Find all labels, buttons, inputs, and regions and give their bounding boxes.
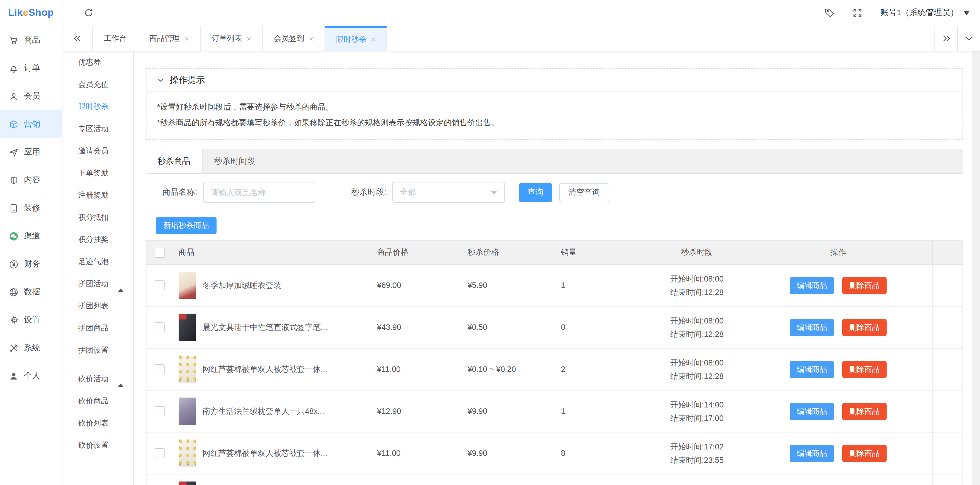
submenu-item[interactable]: 注册奖励 — [62, 184, 133, 206]
column-header: 秒杀价格 — [462, 247, 555, 258]
submenu-item-label: 砍价设置 — [78, 440, 108, 451]
table-row: 南方生活法兰绒枕套单人一只48x...¥12.90¥9.901开始时间:14:0… — [146, 391, 963, 433]
cart-icon — [9, 35, 19, 45]
delete-product-button[interactable]: 删除商品 — [842, 361, 887, 378]
sidebar-item-cube[interactable]: 营销 — [0, 110, 62, 138]
sidebar-item-book[interactable]: 内容 — [0, 166, 62, 194]
close-tab-icon[interactable]: × — [185, 35, 189, 42]
account-menu[interactable]: 账号1（系统管理员） — [880, 8, 969, 18]
page-tab[interactable]: 限时秒杀× — [325, 26, 387, 51]
submenu-item[interactable]: 优惠券 — [62, 51, 133, 73]
sidebar-item-bell[interactable]: 订单 — [0, 54, 62, 82]
chevron-down-icon — [157, 76, 165, 84]
app-logo[interactable]: LikeShop — [0, 0, 62, 25]
globe-icon — [9, 287, 19, 297]
submenu-item[interactable]: 下单奖励 — [62, 162, 133, 184]
row-checkbox[interactable] — [155, 406, 165, 416]
product-image — [178, 356, 196, 383]
submenu-item[interactable]: 专区活动 — [62, 118, 133, 140]
edit-product-button[interactable]: 编辑商品 — [790, 277, 834, 294]
submenu-item[interactable]: 砍价活动 — [62, 368, 133, 390]
sidebar-item-label: 订单 — [24, 63, 40, 73]
sidebar-item-gear[interactable]: 设置 — [0, 306, 62, 334]
page-tab[interactable]: 商品管理× — [138, 26, 200, 51]
submenu-item[interactable]: 拼团活动 — [62, 273, 133, 295]
close-tab-icon[interactable]: × — [371, 36, 375, 43]
caret-up-icon — [118, 279, 124, 288]
product-price: ¥43.90 — [371, 323, 462, 332]
logo-text: Lik — [8, 7, 23, 19]
submenu-item[interactable]: 拼团设置 — [62, 339, 133, 361]
sidebar-item-user[interactable]: 会员 — [0, 82, 62, 110]
submenu-item[interactable]: 砍价列表 — [62, 412, 133, 434]
delete-product-button[interactable]: 删除商品 — [842, 403, 887, 420]
submenu-item-label: 专区活动 — [78, 124, 108, 134]
content-tab[interactable]: 秒杀时间段 — [202, 149, 267, 173]
column-header: 商品 — [173, 247, 371, 258]
table-gutter — [932, 474, 963, 485]
tab-menu-icon[interactable] — [957, 26, 980, 51]
top-header: LikeShop 账号1（系统管理员） — [0, 0, 980, 26]
sales-count: 0 — [555, 323, 650, 332]
row-checkbox[interactable] — [155, 281, 165, 290]
edit-product-button[interactable]: 编辑商品 — [790, 403, 834, 420]
close-tab-icon[interactable]: × — [309, 35, 313, 42]
seckill-time-range: 开始时间:08:00结束时间:12:28 — [650, 314, 744, 341]
sidebar-item-label: 数据 — [24, 287, 40, 297]
row-checkbox[interactable] — [155, 365, 165, 374]
edit-product-button[interactable]: 编辑商品 — [790, 319, 834, 336]
add-seckill-product-button[interactable]: 新增秒杀商品 — [156, 217, 216, 235]
page-tab-label: 订单列表 — [212, 33, 242, 44]
select-all-checkbox[interactable] — [155, 247, 165, 257]
submenu-item[interactable]: 限时秒杀 — [62, 96, 133, 118]
fullscreen-icon[interactable] — [852, 8, 863, 18]
sidebar-item-label: 商品 — [24, 35, 40, 46]
row-actions: 编辑商品删除商品 — [744, 361, 932, 378]
tip-line: *秒杀商品的所有规格都要填写秒杀价，如果移除正在秒杀的规格则表示按规格设定的销售… — [157, 115, 952, 131]
submenu-item[interactable]: 邀请会员 — [62, 140, 133, 162]
submenu-item[interactable]: 足迹气泡 — [62, 250, 133, 273]
sidebar-item-person[interactable]: 个人 — [0, 362, 62, 390]
clear-search-button[interactable]: 清空查询 — [559, 183, 609, 202]
delete-product-button[interactable]: 删除商品 — [842, 444, 887, 462]
content-tab[interactable]: 秒杀商品 — [146, 149, 202, 173]
sidebar-item-wechat[interactable]: 渠道 — [0, 222, 62, 250]
submenu-item[interactable]: 砍价商品 — [62, 390, 133, 412]
submenu-item[interactable]: 积分抵扣 — [62, 206, 133, 228]
sidebar-item-tools[interactable]: 系统 — [0, 334, 62, 362]
page-tab[interactable]: 工作台 — [92, 26, 138, 51]
tag-icon[interactable] — [824, 8, 835, 18]
sidebar-item-label: 应用 — [24, 147, 40, 157]
submenu-item[interactable]: 拼团列表 — [62, 295, 133, 317]
product-name-input[interactable] — [203, 182, 315, 203]
time-period-select[interactable]: 全部 — [392, 182, 505, 203]
main-content: 操作提示 *设置好秒杀时间段后，需要选择参与秒杀的商品。*秒杀商品的所有规格都要… — [134, 51, 972, 485]
page-tab[interactable]: 会员签到× — [262, 26, 325, 51]
edit-product-button[interactable]: 编辑商品 — [790, 361, 834, 378]
submenu-item-label: 拼团商品 — [78, 323, 108, 333]
tips-panel-header[interactable]: 操作提示 — [146, 69, 963, 92]
expand-tabs-icon[interactable] — [934, 26, 957, 51]
table-gutter — [932, 307, 963, 348]
collapse-tabs-icon[interactable] — [62, 26, 93, 51]
close-tab-icon[interactable]: × — [247, 35, 251, 42]
submenu-item[interactable]: 拼团商品 — [62, 317, 133, 339]
submenu-item[interactable]: 积分抽奖 — [62, 228, 133, 250]
sidebar-item-tablet[interactable]: 装修 — [0, 194, 62, 222]
edit-product-button[interactable]: 编辑商品 — [790, 444, 834, 462]
refresh-icon[interactable] — [83, 8, 94, 18]
row-checkbox[interactable] — [155, 448, 165, 458]
tools-icon — [9, 343, 19, 353]
sidebar-item-yen[interactable]: 财务 — [0, 250, 62, 278]
row-checkbox[interactable] — [155, 322, 165, 332]
sidebar-item-globe[interactable]: 数据 — [0, 278, 62, 306]
submenu-item[interactable]: 砍价设置 — [62, 434, 133, 456]
delete-product-button[interactable]: 删除商品 — [842, 277, 887, 294]
delete-product-button[interactable]: 删除商品 — [842, 319, 887, 336]
page-tab[interactable]: 订单列表× — [200, 26, 262, 51]
submenu-item[interactable]: 会员充值 — [62, 73, 133, 96]
page-tab-label: 商品管理 — [150, 33, 180, 44]
sidebar-item-cart[interactable]: 商品 — [0, 26, 62, 54]
search-button[interactable]: 查询 — [519, 183, 552, 202]
sidebar-item-plane[interactable]: 应用 — [0, 138, 62, 166]
